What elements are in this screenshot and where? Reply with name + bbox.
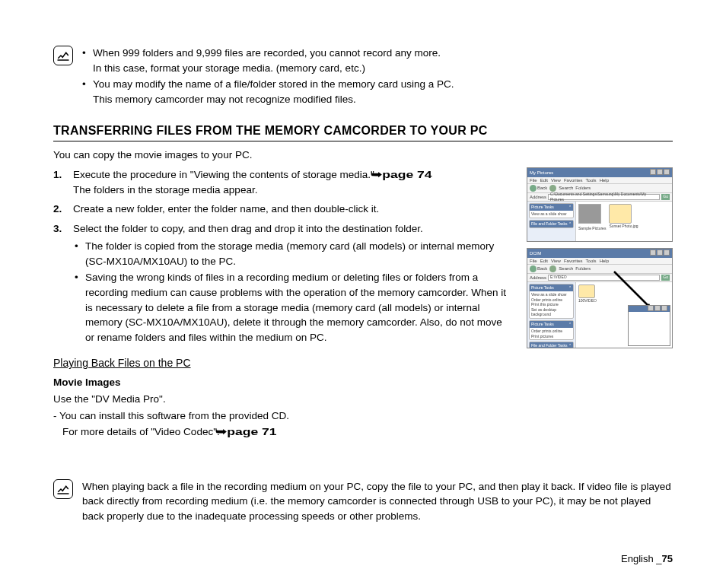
step-3: 3. Select the folder to copy, and then d… <box>53 221 513 345</box>
go-button: Go <box>661 194 670 200</box>
note-block-top: When 999 folders and 9,999 files are rec… <box>53 46 673 108</box>
win2-address-bar: Address E:\VIDEO Go <box>527 274 672 282</box>
win2-sidepanel: Picture Tasks⌃ View as a slide show Orde… <box>527 282 576 348</box>
note1-line2b: This memory camcorder may not recognize … <box>93 94 356 105</box>
win2-menu-help: Help <box>600 258 609 265</box>
addr-input: C:\Documents and Settings\Samsung\My Doc… <box>548 194 660 200</box>
win2-panel1-title: Picture Tasks <box>531 285 554 291</box>
back-icon <box>530 185 537 192</box>
step1-text: Execute the procedure in "Viewing the co… <box>73 169 377 180</box>
screenshot-my-pictures: My Pictures File Edit View Favorites Too… <box>527 167 673 242</box>
movie-images-label: Movie Images <box>53 375 513 390</box>
minimize-icon <box>648 305 654 311</box>
folders-label: Folders <box>575 265 591 272</box>
win2-window-buttons <box>649 250 670 258</box>
maximize-icon <box>657 250 663 256</box>
win2-toolbar: Back Search Folders <box>527 265 672 274</box>
step-list: 1. Execute the procedure in "Viewing the… <box>53 167 513 345</box>
win1-menu-view: View <box>551 177 561 184</box>
content-row: 1. Execute the procedure in "Viewing the… <box>53 167 673 441</box>
win1-address-bar: Address C:\Documents and Settings\Samsun… <box>527 193 672 202</box>
forward-icon <box>549 265 556 272</box>
folder-icon <box>609 204 632 224</box>
page-footer: English _75 <box>621 552 673 567</box>
minimize-icon <box>650 169 656 175</box>
footer-sep: _ <box>656 553 661 564</box>
note-icon <box>53 46 73 65</box>
win2-panel2: Picture Tasks⌃ Order prints online Print… <box>529 320 574 340</box>
win1-menu-file: File <box>530 177 537 184</box>
close-icon <box>664 250 670 256</box>
win1-window-buttons <box>649 169 670 177</box>
step3-b2: Saving the wrong kinds of files in a rec… <box>73 270 513 345</box>
note2-text: When playing back a file in the recordin… <box>82 481 671 522</box>
thumbnail-icon <box>578 204 601 224</box>
screenshot-dcim: DCIM File Edit View Favorites Tools Help… <box>527 248 673 348</box>
note1-line1: When 999 folders and 9,999 files are rec… <box>93 47 441 59</box>
maximize-icon <box>654 305 661 311</box>
minimize-icon <box>650 250 656 256</box>
folder-icon <box>578 284 595 298</box>
thumb2-cap: Sunset Photo.jpg <box>609 224 638 229</box>
overlay-titlebar <box>629 306 670 312</box>
note1-bullet1: When 999 folders and 9,999 files are rec… <box>82 46 454 75</box>
win2-titlebar: DCIM <box>527 249 672 258</box>
step3-bullets: The folder is copied from the storage me… <box>73 239 513 345</box>
folders-button: Folders <box>575 265 591 272</box>
step3-text: Select the folder to copy, and then drag… <box>73 223 423 234</box>
win2-menu-view: View <box>551 258 561 265</box>
movie-line3: For more details of "Video Codec". ➥page… <box>53 424 513 440</box>
win2-panel3-title: File and Folder Tasks <box>531 343 567 348</box>
note1-line1b: In this case, format your storage media.… <box>93 62 365 74</box>
note-body: When 999 folders and 9,999 files are rec… <box>82 46 454 108</box>
folders-label: Folders <box>575 185 591 192</box>
overlay-window <box>628 305 670 346</box>
win1-menu-help: Help <box>600 177 609 184</box>
step-1: 1. Execute the procedure in "Viewing the… <box>53 167 513 197</box>
step3-num: 3. <box>53 221 62 237</box>
intro-text: You can copy the movie images to your PC… <box>53 148 673 163</box>
win1-title: My Pictures <box>530 170 553 176</box>
step2-text: Create a new folder, enter the folder na… <box>73 203 379 215</box>
win2-title: DCIM <box>530 250 541 257</box>
folder-cap: 100VIDEO <box>578 298 597 304</box>
win1-titlebar: My Pictures <box>527 168 672 177</box>
win1-menu-edit: Edit <box>540 177 548 184</box>
back-label: Back <box>537 185 547 192</box>
step2-num: 2. <box>53 202 62 217</box>
step1-sub: The folders in the storage media appear. <box>73 183 513 198</box>
note-icon <box>53 479 73 499</box>
go-button: Go <box>661 275 670 281</box>
win1-menubar: File Edit View Favorites Tools Help <box>527 177 672 184</box>
collapse-icon: ⌃ <box>568 285 572 291</box>
collapse-icon: ⌃ <box>568 221 572 227</box>
win1-sidepanel: Picture Tasks⌃ View as a slide show File… <box>527 202 576 242</box>
win2-t6: Print pictures <box>531 334 572 339</box>
page-ref-74: ➥page 74 <box>370 167 431 183</box>
win1-content: Picture Tasks⌃ View as a slide show File… <box>527 202 672 242</box>
win2-t4: Set as desktop background <box>531 307 572 317</box>
search-label: Search <box>559 185 573 192</box>
page-ref-71: ➥page 71 <box>215 424 277 440</box>
note1-bullet2: You may modify the name of a file/folder… <box>82 77 454 106</box>
back-icon <box>530 265 537 272</box>
win2-menu-tools: Tools <box>586 258 597 265</box>
win2-menu-fav: Favorites <box>564 258 583 265</box>
content-text: 1. Execute the procedure in "Viewing the… <box>53 167 513 441</box>
addr-input: E:\VIDEO <box>548 275 660 281</box>
thumb1-cap: Sample Pictures <box>578 226 606 231</box>
folder-item: 100VIDEO <box>578 284 597 304</box>
folders-button: Folders <box>575 185 591 192</box>
win1-menu-tools: Tools <box>586 177 597 184</box>
movie-line1: Use the "DV Media Pro". <box>53 392 513 407</box>
back-button: Back <box>530 265 547 272</box>
win1-panel-file-tasks: File and Folder Tasks⌃ <box>529 220 574 228</box>
win2-menu-edit: Edit <box>540 258 548 265</box>
win2-t1: View as a slide show <box>531 292 572 297</box>
screenshot-column: My Pictures File Edit View Favorites Too… <box>527 167 673 441</box>
addr-label: Address <box>530 275 546 281</box>
win1-main-pane: Sample Pictures Sunset Photo.jpg <box>576 202 672 242</box>
movie-line3-text: For more details of "Video Codec". <box>62 426 222 437</box>
back-button: Back <box>530 185 547 192</box>
win2-panel3: File and Folder Tasks⌃ <box>529 342 574 348</box>
